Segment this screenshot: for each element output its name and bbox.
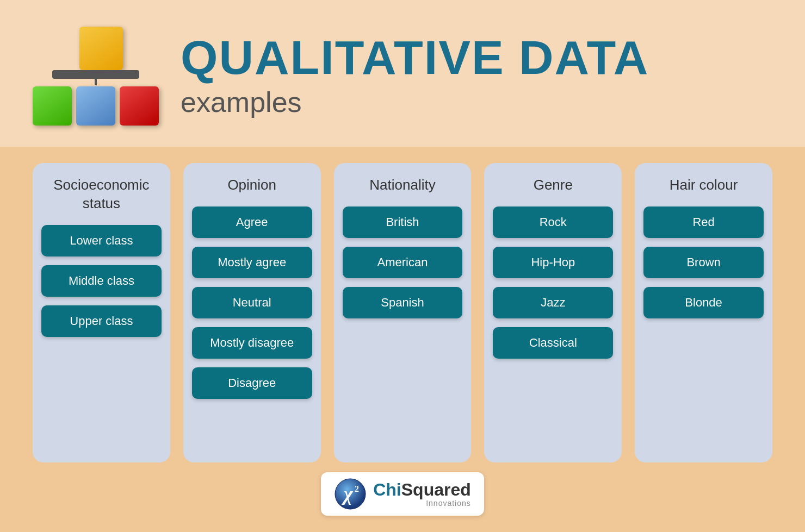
- column-header-nationality: Nationality: [369, 176, 435, 195]
- item-genre-0[interactable]: Rock: [493, 206, 613, 238]
- chi-name: ChiSquared: [373, 480, 471, 499]
- column-header-opinion: Opinion: [227, 176, 276, 195]
- item-socioeconomic-1[interactable]: Middle class: [41, 265, 162, 297]
- item-nationality-1[interactable]: American: [343, 247, 463, 278]
- item-hair-colour-2[interactable]: Blonde: [643, 287, 764, 318]
- column-card-nationality: NationalityBritishAmericanSpanish: [334, 163, 472, 462]
- logo-green-box: [33, 86, 72, 126]
- column-card-opinion: OpinionAgreeMostly agreeNeutralMostly di…: [183, 163, 321, 462]
- logo-blue-box: [76, 86, 115, 126]
- logo-connector: [52, 70, 139, 79]
- item-hair-colour-0[interactable]: Red: [643, 206, 764, 238]
- chi-logo-box: χ 2 ChiSquared Innovations: [321, 472, 484, 516]
- column-header-socioeconomic: Socioeconomic status: [41, 176, 162, 213]
- column-card-genre: GenreRockHip-HopJazzClassical: [484, 163, 622, 462]
- column-header-genre: Genre: [534, 176, 573, 195]
- item-genre-3[interactable]: Classical: [493, 327, 613, 359]
- squared-label: Squared: [401, 480, 471, 499]
- page-wrapper: QUALITATIVE DATA examples Socioeconomic …: [0, 0, 805, 532]
- logo-bottom-row: [33, 86, 159, 126]
- item-hair-colour-1[interactable]: Brown: [643, 247, 764, 278]
- logo-top-box: [79, 27, 123, 70]
- header: QUALITATIVE DATA examples: [0, 0, 805, 147]
- chi-label: Chi: [373, 480, 401, 499]
- sub-title: examples: [181, 86, 302, 118]
- item-opinion-0[interactable]: Agree: [192, 206, 312, 238]
- main-title: QUALITATIVE DATA: [181, 34, 649, 82]
- column-header-hair-colour: Hair colour: [670, 176, 738, 195]
- item-genre-2[interactable]: Jazz: [493, 287, 613, 318]
- item-opinion-1[interactable]: Mostly agree: [192, 247, 312, 278]
- item-opinion-4[interactable]: Disagree: [192, 367, 312, 399]
- chi-text-group: ChiSquared Innovations: [373, 480, 471, 508]
- svg-text:2: 2: [355, 484, 359, 493]
- column-card-socioeconomic: Socioeconomic statusLower classMiddle cl…: [33, 163, 170, 462]
- chi-squared-icon: χ 2: [334, 478, 367, 510]
- title-area: QUALITATIVE DATA examples: [181, 34, 649, 118]
- item-socioeconomic-0[interactable]: Lower class: [41, 225, 162, 256]
- column-card-hair-colour: Hair colourRedBrownBlonde: [635, 163, 772, 462]
- item-nationality-0[interactable]: British: [343, 206, 463, 238]
- footer-logo: χ 2 ChiSquared Innovations: [321, 472, 484, 516]
- item-nationality-2[interactable]: Spanish: [343, 287, 463, 318]
- logo-area: [33, 27, 159, 126]
- item-genre-1[interactable]: Hip-Hop: [493, 247, 613, 278]
- item-opinion-3[interactable]: Mostly disagree: [192, 327, 312, 359]
- item-opinion-2[interactable]: Neutral: [192, 287, 312, 318]
- logo-red-box: [120, 86, 159, 126]
- columns-row: Socioeconomic statusLower classMiddle cl…: [33, 163, 772, 462]
- content-area: Socioeconomic statusLower classMiddle cl…: [0, 147, 805, 532]
- chi-innovations: Innovations: [373, 499, 471, 508]
- item-socioeconomic-2[interactable]: Upper class: [41, 305, 162, 337]
